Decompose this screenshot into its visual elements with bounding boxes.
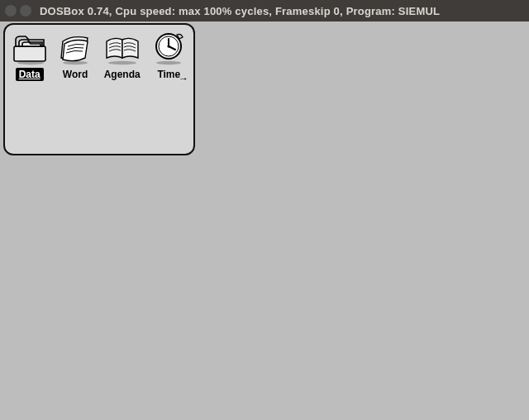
launcher-panel: Data bbox=[3, 23, 195, 155]
open-book-icon bbox=[103, 30, 141, 66]
app-label: Data bbox=[16, 68, 44, 81]
svg-point-1 bbox=[17, 61, 44, 64]
app-word[interactable]: Word bbox=[55, 30, 94, 81]
window-titlebar: DOSBox 0.74, Cpu speed: max 100% cycles,… bbox=[0, 0, 529, 21]
clock-icon bbox=[150, 30, 188, 66]
scroll-right-arrow-icon[interactable]: → bbox=[179, 73, 188, 84]
svg-point-9 bbox=[168, 45, 170, 47]
minimize-icon[interactable] bbox=[20, 5, 31, 17]
launcher-app-row: Data bbox=[10, 30, 188, 81]
app-label: Word bbox=[60, 68, 91, 81]
svg-point-4 bbox=[156, 61, 181, 64]
dosbox-client-area: Data bbox=[0, 21, 529, 420]
cardfile-icon bbox=[11, 30, 49, 66]
app-agenda[interactable]: Agenda bbox=[102, 30, 143, 81]
app-data[interactable]: Data bbox=[10, 30, 49, 81]
close-icon[interactable] bbox=[5, 5, 17, 17]
svg-point-3 bbox=[108, 61, 136, 64]
svg-point-2 bbox=[63, 61, 88, 64]
paper-stack-icon bbox=[56, 30, 94, 66]
svg-rect-0 bbox=[14, 46, 45, 61]
app-label: Agenda bbox=[101, 68, 144, 81]
window-title: DOSBox 0.74, Cpu speed: max 100% cycles,… bbox=[40, 5, 440, 17]
